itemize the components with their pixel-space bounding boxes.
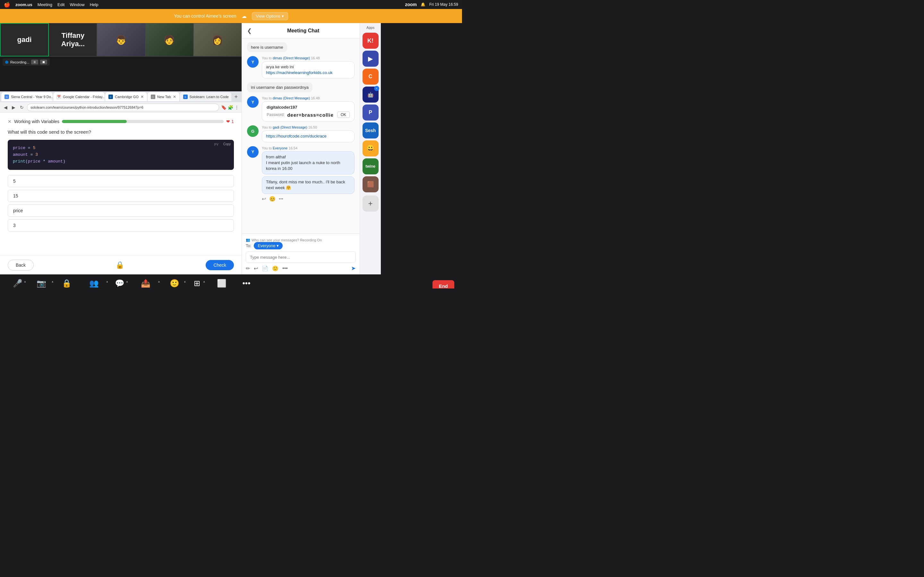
apps-add-button[interactable]: +	[363, 195, 379, 211]
reaction-reply-btn[interactable]: ↩	[262, 196, 266, 202]
app-item-emoji[interactable]: 😀	[363, 140, 379, 156]
tab-newtab[interactable]: ◻ New Tab ✕	[148, 92, 179, 101]
chat-msg-meta-everyone: You to Everyone 16.54	[262, 146, 355, 150]
reload-button[interactable]: ↻	[19, 104, 25, 111]
canva-icon: C	[368, 74, 373, 79]
chat-send-btn[interactable]: ➤	[351, 265, 356, 272]
avatar-you-2: Y	[247, 96, 258, 108]
app-item-pear[interactable]: ▶	[363, 51, 379, 67]
chat-to-dropdown[interactable]: Everyone ▾	[254, 242, 283, 250]
mosaic-icon: 🟫	[367, 181, 374, 188]
reaction-emoji-btn[interactable]: 😊	[269, 196, 276, 202]
app-item-kahoot[interactable]: K!	[363, 33, 379, 49]
participant-tile-cam1[interactable]: 👦	[97, 23, 145, 56]
chat-file-btn[interactable]: 📄	[262, 266, 268, 271]
tab-add-button[interactable]: +	[232, 93, 241, 101]
answer-option-price[interactable]: price	[8, 205, 234, 217]
chat-msg-password: Y You to dimas (Direct Message) 16.48 di…	[247, 96, 355, 121]
app-item-sesh[interactable]: Sesh	[363, 122, 379, 139]
hearts-badge: ❤ 1	[226, 119, 234, 124]
chat-msg-simple-1: here is username	[247, 42, 287, 52]
participant-tile-cam3[interactable]: 👩	[194, 23, 242, 56]
apple-menu[interactable]: 🍎	[4, 2, 10, 8]
tab-sololearn[interactable]: S Sololearn: Learn to Code ✕	[180, 92, 231, 101]
app-item-ai[interactable]: 🤖 +	[363, 87, 379, 103]
bookmark-icon[interactable]: 🔖	[221, 105, 226, 110]
ml-kids-link[interactable]: https://machinelearningforkids.co.uk	[266, 70, 333, 75]
address-bar: ◀ ▶ ↻ sololearn.com/learn/courses/python…	[0, 102, 242, 113]
code-block: PY Copy price = 5 amount = 3 print(price…	[8, 140, 234, 170]
forward-nav-button[interactable]: ▶	[11, 104, 17, 111]
toolbar-apps[interactable]: ▲ ⊞ Apps	[187, 279, 207, 288]
zoom-logo-menu: zoom	[405, 2, 417, 7]
extensions-icon[interactable]: 🧩	[228, 105, 233, 110]
app-item-canva[interactable]: C	[363, 69, 379, 85]
menu-meeting[interactable]: Meeting	[37, 2, 52, 7]
back-nav-button[interactable]: ◀	[3, 104, 9, 111]
sesh-icon: Sesh	[365, 128, 376, 133]
more-options-icon[interactable]: ⋮	[234, 105, 239, 110]
tab-favicon-gcal: 📅	[57, 95, 61, 99]
participant-tile-cam2[interactable]: 🧑	[145, 23, 194, 56]
chat-input[interactable]	[246, 251, 356, 263]
reaction-more[interactable]: •••	[279, 197, 283, 201]
tab-close-sololearn[interactable]: ✕	[231, 95, 231, 99]
menu-window[interactable]: Window	[69, 2, 84, 7]
app-item-prezi[interactable]: P	[363, 105, 379, 121]
check-button[interactable]: Check	[206, 260, 234, 270]
toolbar-whiteboards[interactable]: ⬜ Whiteboards	[207, 279, 237, 288]
chat-reply-btn[interactable]: ↩	[254, 266, 258, 271]
apps-caret: ▲	[203, 280, 205, 283]
recording-pause-btn[interactable]: ⏸	[31, 60, 38, 64]
toolbar-participants[interactable]: ▲ 👥 Participants 5	[78, 279, 110, 288]
menu-edit[interactable]: Edit	[57, 2, 65, 7]
toolbar-mute[interactable]: ▲ 🎤 Mute	[8, 279, 27, 288]
code-copy-button[interactable]: Copy	[223, 142, 231, 146]
participant-tile-gadi[interactable]: gadi	[0, 23, 49, 56]
answer-option-15[interactable]: 15	[8, 190, 234, 202]
toolbar-security[interactable]: 🔒 Security	[55, 279, 78, 288]
toolbar-chat[interactable]: ▲ 💬 Chat	[110, 279, 129, 288]
app-item-mosaic[interactable]: 🟫	[363, 176, 379, 192]
chat-more-btn[interactable]: •••	[282, 266, 288, 271]
notification-bell[interactable]: 🔔	[421, 2, 425, 7]
chat-bubble-arya: arya ke web ini https://machinelearningf…	[262, 61, 355, 79]
emoji-icon: 😀	[366, 144, 375, 153]
pw-ok-button[interactable]: OK	[337, 111, 350, 118]
tab-close-newtab[interactable]: ✕	[173, 95, 176, 99]
chat-msg-body-password: You to dimas (Direct Message) 16.48 digi…	[262, 96, 355, 121]
chat-emoji-btn[interactable]: 🙂	[272, 266, 278, 271]
avatar-gadi: G	[247, 125, 258, 137]
hourofcode-link[interactable]: https://hourofcode.com/duckrace	[266, 134, 326, 139]
answer-option-5[interactable]: 5	[8, 175, 234, 187]
toolbar-reactions[interactable]: ▲ 🙂 Reactions	[162, 279, 187, 288]
toolbar-share-screen[interactable]: ▲ 📤 Share Screen	[129, 279, 162, 288]
participants-icon: 👥	[89, 279, 99, 287]
tab-favicon-cambridge: C	[108, 95, 113, 99]
view-options-button[interactable]: View Options ▾	[252, 12, 288, 20]
toolbar-more[interactable]: ••• More	[237, 279, 256, 288]
url-field[interactable]: sololearn.com/learn/courses/python-intro…	[27, 103, 219, 111]
app-item-twine[interactable]: twine	[363, 158, 379, 174]
breadcrumb-close[interactable]: ✕	[8, 119, 11, 124]
tab-gcal[interactable]: 📅 Google Calendar - Friday... ✕	[53, 92, 105, 101]
tabs-bar: G Siena Central - Year 9 Do... ✕ 📅 Googl…	[0, 91, 242, 102]
toolbar-stop-video[interactable]: ▲ 📷 Stop Video	[27, 279, 55, 288]
menu-help[interactable]: Help	[90, 2, 99, 7]
recording-stop-btn[interactable]: ⏹	[40, 60, 47, 64]
end-meeting-button[interactable]: End	[433, 280, 454, 289]
chat-collapse-button[interactable]: ❮	[247, 27, 252, 34]
share-icon: 📤	[141, 279, 150, 287]
tab-siena[interactable]: G Siena Central - Year 9 Do... ✕	[1, 92, 53, 101]
back-button[interactable]: Back	[8, 259, 34, 271]
bottom-actions: Back 🔒 Check	[0, 255, 242, 274]
question-text: What will this code send to the screen?	[8, 129, 234, 135]
tab-close-cambridge[interactable]: ✕	[141, 95, 144, 99]
participant-tile-tiffany[interactable]: Tiffany Ariya...	[49, 23, 97, 56]
app-name[interactable]: zoom.us	[15, 2, 32, 7]
progress-bar	[62, 120, 224, 123]
tab-cambridge[interactable]: C Cambridge GO ✕	[105, 92, 147, 101]
chat-edit-btn[interactable]: ✏	[246, 266, 250, 271]
chat-caret: ▲	[126, 280, 128, 283]
answer-option-3[interactable]: 3	[8, 219, 234, 231]
